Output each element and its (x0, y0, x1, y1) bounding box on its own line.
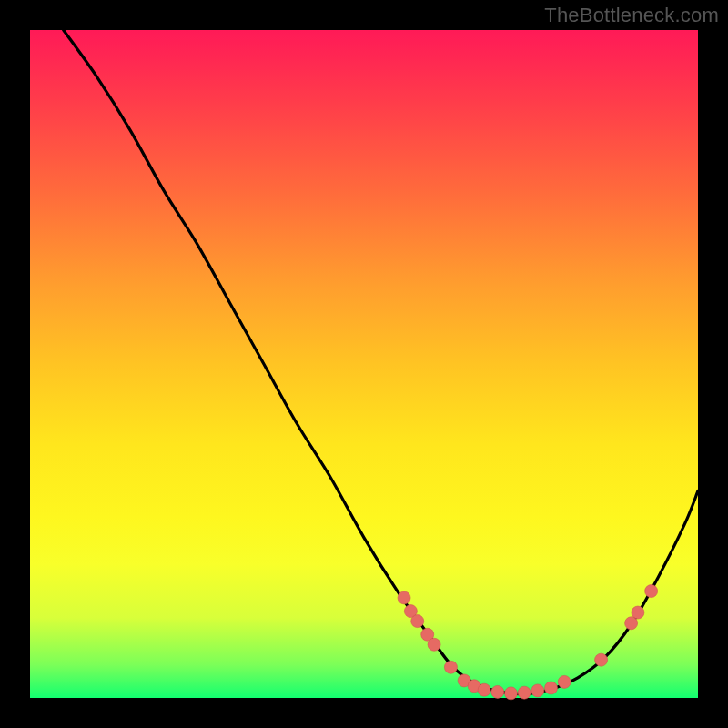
data-marker (545, 682, 558, 694)
data-marker (411, 615, 424, 628)
data-marker (595, 653, 608, 666)
data-marker (645, 585, 658, 598)
data-marker (478, 683, 490, 696)
data-marker (558, 675, 571, 688)
bottleneck-curve (64, 30, 698, 694)
data-marker (444, 661, 457, 673)
data-marker (398, 592, 410, 604)
data-marker (632, 606, 644, 619)
data-marker (504, 687, 517, 700)
watermark-text: TheBottleneck.com (544, 4, 719, 27)
data-marker (531, 684, 544, 697)
chart-frame: TheBottleneck.com (0, 0, 728, 728)
plot-area (30, 30, 698, 698)
data-marker (428, 638, 440, 651)
data-marker (491, 685, 504, 698)
data-marker (518, 686, 531, 699)
curve-svg (30, 30, 698, 698)
